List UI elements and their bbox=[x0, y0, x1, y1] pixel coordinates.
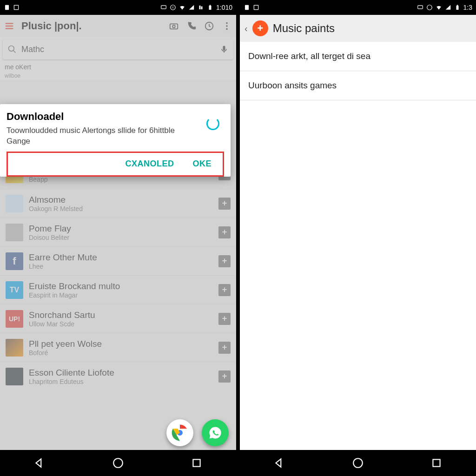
svg-point-28 bbox=[427, 5, 432, 10]
list-item[interactable]: Downl-ree arkt, all terget di sea bbox=[240, 42, 476, 71]
svg-text:c: c bbox=[172, 6, 174, 9]
nav-back-icon[interactable] bbox=[273, 457, 285, 469]
svg-rect-32 bbox=[433, 459, 440, 466]
nav-home-icon[interactable] bbox=[352, 457, 364, 469]
svg-rect-29 bbox=[456, 6, 458, 10]
nav-recent-icon[interactable] bbox=[191, 457, 203, 469]
svg-rect-7 bbox=[210, 5, 211, 6]
wifi-icon bbox=[436, 4, 442, 11]
whatsapp-app-icon[interactable] bbox=[202, 419, 229, 446]
nfc-icon bbox=[13, 4, 20, 11]
divider bbox=[240, 100, 476, 100]
progress-spinner-icon bbox=[206, 117, 219, 130]
nav-back-icon[interactable] bbox=[33, 457, 46, 469]
svg-rect-26 bbox=[245, 5, 249, 10]
cancel-button[interactable]: CXANOLED bbox=[125, 159, 174, 169]
svg-rect-25 bbox=[193, 459, 200, 466]
svg-point-31 bbox=[353, 458, 363, 468]
battery-icon bbox=[207, 4, 213, 11]
wifi-icon bbox=[179, 4, 185, 11]
nav-home-icon[interactable] bbox=[112, 457, 124, 469]
status-time: 1:010 bbox=[216, 4, 232, 11]
svg-rect-6 bbox=[209, 6, 211, 10]
dialog-scrim bbox=[0, 15, 236, 450]
svg-rect-30 bbox=[457, 5, 458, 6]
svg-rect-1 bbox=[161, 6, 166, 9]
dialog-actions-highlight: CXANOLED OKE bbox=[7, 152, 224, 177]
svg-point-24 bbox=[113, 458, 123, 468]
copyright-icon: c bbox=[170, 4, 176, 11]
download-dialog: Downloadel Toownloudded music Alertongs … bbox=[0, 104, 231, 177]
copyright-icon bbox=[426, 4, 433, 11]
list-item[interactable]: Uurboon ansits games bbox=[240, 71, 476, 100]
ok-button[interactable]: OKE bbox=[192, 159, 212, 169]
svg-rect-4 bbox=[199, 6, 200, 9]
sim-icon bbox=[4, 4, 10, 11]
back-icon[interactable]: ‹ bbox=[245, 23, 248, 34]
page-title: Music paints bbox=[273, 22, 335, 35]
nfc-icon bbox=[253, 4, 259, 11]
battery-stack-icon bbox=[198, 4, 204, 11]
status-bar: 1:3 bbox=[240, 0, 476, 15]
svg-rect-0 bbox=[5, 5, 9, 10]
cast-icon bbox=[160, 4, 167, 11]
battery-icon bbox=[454, 4, 461, 11]
dialog-body: Toownloudded music Alertongs sllide for … bbox=[7, 126, 224, 147]
add-button[interactable]: + bbox=[252, 20, 268, 36]
signal-icon bbox=[445, 4, 451, 11]
nav-bar bbox=[0, 450, 236, 476]
sim-icon bbox=[244, 4, 250, 11]
dialog-title: Downloadel bbox=[7, 111, 224, 123]
signal-icon bbox=[188, 4, 195, 11]
app-header: ‹ + Music paints bbox=[240, 15, 476, 42]
settings-list: Downl-ree arkt, all terget di seaUurboon… bbox=[240, 42, 476, 450]
chrome-app-icon[interactable] bbox=[166, 419, 193, 446]
status-time: 1:3 bbox=[463, 4, 472, 11]
cast-icon bbox=[417, 4, 423, 11]
svg-rect-5 bbox=[201, 7, 203, 9]
nav-recent-icon[interactable] bbox=[430, 457, 443, 469]
nav-bar bbox=[240, 450, 476, 476]
svg-rect-27 bbox=[417, 6, 423, 9]
status-bar: c 1:010 bbox=[0, 0, 236, 15]
